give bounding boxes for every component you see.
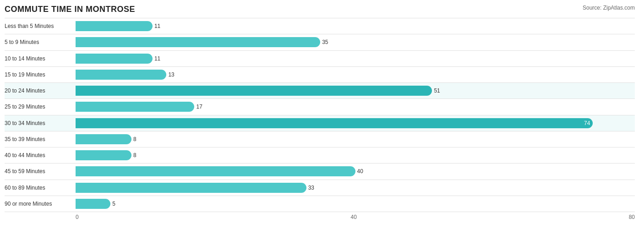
- x-axis-labels: 04080: [76, 214, 635, 220]
- chart-source: Source: ZipAtlas.com: [583, 5, 635, 11]
- bar-track: 8: [76, 134, 635, 144]
- bar-fill: [76, 86, 432, 96]
- chart-header: COMMUTE TIME IN MONTROSE Source: ZipAtla…: [5, 5, 635, 14]
- bar-fill: 74: [76, 118, 593, 128]
- bar-row: 40 to 44 Minutes8: [5, 147, 635, 163]
- bar-label: 40 to 44 Minutes: [5, 152, 76, 158]
- bar-fill: [76, 150, 131, 160]
- x-axis-label: 0: [76, 214, 79, 220]
- bar-row: 60 to 89 Minutes33: [5, 180, 635, 196]
- bar-value: 8: [133, 136, 136, 142]
- bar-label: Less than 5 Minutes: [5, 23, 76, 29]
- bar-track: 35: [76, 37, 635, 47]
- bar-track: 13: [76, 70, 635, 80]
- bar-row: 15 to 19 Minutes13: [5, 66, 635, 82]
- bar-track: 8: [76, 150, 635, 160]
- bar-track: 74: [76, 118, 635, 128]
- bar-fill: [76, 199, 110, 209]
- bar-row: 30 to 34 Minutes74: [5, 115, 635, 131]
- bar-value: 5: [112, 201, 115, 207]
- bar-track: 51: [76, 86, 635, 96]
- bar-fill: [76, 21, 153, 31]
- bar-row: 90 or more Minutes5: [5, 196, 635, 212]
- x-axis-label: 80: [629, 214, 635, 220]
- bar-label: 10 to 14 Minutes: [5, 55, 76, 62]
- bar-track: 5: [76, 199, 635, 209]
- bar-value: 51: [434, 87, 440, 94]
- bar-value: 8: [133, 152, 136, 158]
- bar-fill: [76, 102, 194, 112]
- bar-label: 90 or more Minutes: [5, 201, 76, 207]
- bar-value: 11: [154, 55, 160, 62]
- bar-value: 17: [196, 104, 202, 110]
- bar-label: 35 to 39 Minutes: [5, 136, 76, 142]
- bar-track: 11: [76, 21, 635, 31]
- bar-fill: [76, 183, 306, 193]
- bar-label: 15 to 19 Minutes: [5, 71, 76, 78]
- bar-label: 20 to 24 Minutes: [5, 87, 76, 94]
- chart-area: Less than 5 Minutes115 to 9 Minutes3510 …: [5, 18, 635, 212]
- bar-row: 35 to 39 Minutes8: [5, 131, 635, 147]
- bar-value: 40: [357, 168, 363, 175]
- bar-row: 25 to 29 Minutes17: [5, 98, 635, 115]
- bar-value: 74: [584, 120, 590, 126]
- bar-track: 40: [76, 166, 635, 176]
- bar-row: Less than 5 Minutes11: [5, 18, 635, 34]
- chart-container: COMMUTE TIME IN MONTROSE Source: ZipAtla…: [0, 0, 644, 240]
- bar-fill: [76, 70, 166, 80]
- bar-value: 11: [154, 23, 160, 29]
- bar-label: 45 to 59 Minutes: [5, 168, 76, 175]
- bar-track: 11: [76, 54, 635, 64]
- bar-fill: [76, 134, 131, 144]
- x-axis: 04080: [76, 214, 635, 220]
- bar-row: 10 to 14 Minutes11: [5, 50, 635, 66]
- bar-row: 20 to 24 Minutes51: [5, 82, 635, 98]
- bar-track: 33: [76, 183, 635, 193]
- bar-value: 33: [308, 185, 314, 191]
- bar-row: 5 to 9 Minutes35: [5, 34, 635, 50]
- bar-label: 5 to 9 Minutes: [5, 39, 76, 45]
- bar-label: 30 to 34 Minutes: [5, 120, 76, 126]
- bar-fill: [76, 37, 320, 47]
- bar-row: 45 to 59 Minutes40: [5, 163, 635, 179]
- bar-fill: [76, 166, 355, 176]
- bar-label: 25 to 29 Minutes: [5, 104, 76, 110]
- bar-value: 13: [168, 71, 174, 78]
- bar-label: 60 to 89 Minutes: [5, 185, 76, 191]
- x-axis-label: 40: [350, 214, 356, 220]
- bar-value: 35: [322, 39, 328, 45]
- bar-fill: [76, 54, 153, 64]
- bar-track: 17: [76, 102, 635, 112]
- chart-title: COMMUTE TIME IN MONTROSE: [5, 5, 135, 14]
